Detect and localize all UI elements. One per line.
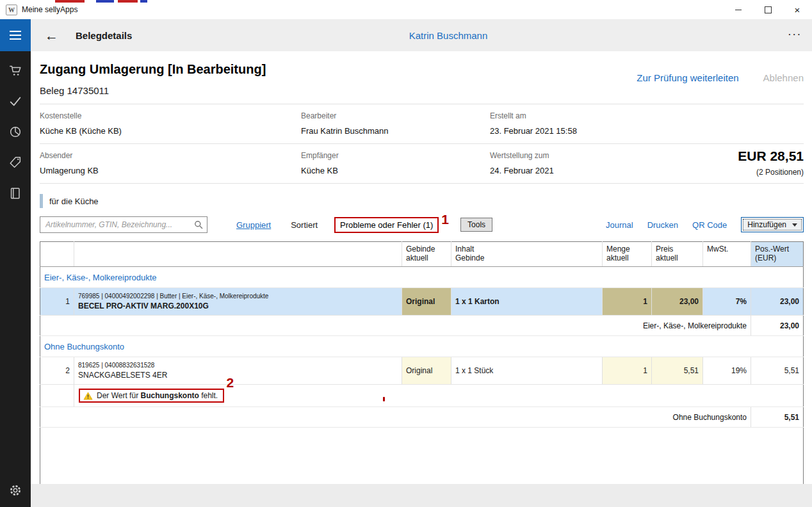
minimize-icon: [735, 10, 742, 10]
close-button[interactable]: ×: [783, 0, 812, 19]
gebinde-cell: Original: [402, 357, 451, 385]
hamburger-menu-button[interactable]: [0, 19, 31, 51]
book-icon: [8, 186, 22, 200]
field-label: Empfänger: [301, 151, 490, 160]
search-input[interactable]: [44, 220, 194, 230]
sidebar-item-reports[interactable]: [4, 120, 27, 143]
sorted-toggle[interactable]: Sortiert: [291, 220, 318, 230]
article-cell: 819625 | 04008832631528 SNACKGABELSETS 4…: [74, 357, 402, 385]
window-title: Meine sellyApps: [22, 5, 77, 14]
row-number: 2: [40, 357, 74, 385]
article-meta: 769985 | 04000492002298 | Butter | Eier-…: [78, 293, 398, 300]
back-button[interactable]: ←: [45, 29, 58, 42]
field-empfaenger: Empfänger Küche KB: [301, 151, 490, 175]
app-icon: W: [6, 4, 17, 15]
article-cell: 769985 | 04000492002298 | Butter | Eier-…: [74, 288, 402, 316]
inhalt-cell: 1 x 1 Karton: [451, 288, 603, 316]
col-pos-wert[interactable]: Pos.-Wert (EUR): [751, 242, 804, 267]
sidebar-item-approvals[interactable]: [4, 90, 27, 113]
warning-row: Der Wert für Buchungskonto fehlt. 2: [40, 385, 804, 407]
meta-fields-row-1: Kostenstelle Küche KB (Küche KB) Bearbei…: [31, 104, 812, 143]
check-icon: [8, 94, 22, 108]
note-accent-bar: [40, 194, 43, 208]
search-icon: [194, 220, 203, 229]
sidebar-item-tags[interactable]: [4, 151, 27, 174]
col-gebinde-aktuell[interactable]: Gebinde aktuell: [402, 242, 451, 267]
subtotal-label: Ohne Buchungskonto: [40, 407, 751, 428]
wert-cell: 23,00: [751, 288, 804, 316]
table-row[interactable]: 1 769985 | 04000492002298 | Butter | Eie…: [40, 288, 804, 316]
qr-code-link[interactable]: QR Code: [692, 220, 727, 230]
window-controls: ×: [724, 0, 812, 19]
field-kostenstelle: Kostenstelle Küche KB (Küche KB): [40, 111, 301, 136]
main-content: Zugang Umlagerung [In Bearbeitung] Beleg…: [31, 51, 812, 507]
inhalt-cell: 1 x 1 Stück: [451, 357, 603, 385]
empty-cell: [40, 385, 74, 407]
group-header-row[interactable]: Eier-, Käse-, Molkereiprodukte: [40, 267, 804, 288]
add-button[interactable]: Hinzufügen: [741, 217, 804, 232]
field-value: Frau Katrin Buschmann: [301, 126, 490, 136]
maximize-icon: [765, 6, 772, 13]
group-header-row[interactable]: Ohne Buchungskonto: [40, 336, 804, 357]
article-name: SNACKGABELSETS 4ER: [78, 371, 398, 380]
titlebar: W Meine sellyApps ×: [0, 0, 812, 19]
warning-message: Der Wert für Buchungskonto fehlt.: [97, 391, 218, 400]
forward-for-review-button[interactable]: Zur Prüfung weiterleiten: [637, 72, 738, 96]
subtotal-value: 5,51: [751, 407, 804, 428]
field-erstellt-am: Erstellt am 23. Februar 2021 15:58: [490, 111, 804, 136]
tag-icon: [8, 156, 22, 170]
mwst-cell: 7%: [703, 288, 751, 316]
problems-filter[interactable]: Probleme oder Fehler (1): [340, 220, 433, 230]
sidebar-item-cart[interactable]: [4, 59, 27, 82]
total-amount: EUR 28,51: [738, 148, 804, 164]
table-row[interactable]: 2 819625 | 04008832631528 SNACKGABELSETS…: [40, 357, 804, 385]
field-label: Bearbeiter: [301, 111, 490, 120]
annotation-box-1: Probleme oder Fehler (1): [334, 217, 439, 233]
field-value: Umlagerung KB: [40, 166, 301, 175]
positions-count: (2 Positionen): [738, 168, 804, 177]
table-header-row: Gebinde aktuell Inhalt Gebinde Menge akt…: [40, 242, 804, 267]
tools-button[interactable]: Tools: [460, 218, 492, 232]
subtotal-label: Eier-, Käse-, Molkereiprodukte: [40, 316, 751, 336]
back-arrow-icon: ←: [45, 28, 58, 43]
subtotal-row: Eier-, Käse-, Molkereiprodukte 23,00: [40, 316, 804, 336]
col-inhalt-gebinde[interactable]: Inhalt Gebinde: [451, 242, 603, 267]
note-text: für die Küche: [49, 197, 99, 206]
preis-cell: 23,00: [652, 288, 703, 316]
field-absender: Absender Umlagerung KB: [40, 151, 301, 175]
settings-button[interactable]: [4, 479, 27, 502]
col-number: [40, 242, 74, 267]
preis-cell: 5,51: [652, 357, 703, 385]
grouped-toggle[interactable]: Gruppiert: [236, 220, 271, 230]
field-label: Absender: [40, 151, 301, 160]
sidebar-item-journal[interactable]: [4, 182, 27, 205]
print-link[interactable]: Drucken: [647, 220, 678, 230]
reject-button[interactable]: Ablehnen: [763, 72, 804, 96]
sidebar: [0, 51, 31, 507]
divider: [40, 183, 804, 184]
col-menge-aktuell[interactable]: Menge aktuell: [603, 242, 652, 267]
more-options-button[interactable]: ...: [788, 24, 802, 38]
search-box[interactable]: [40, 216, 207, 233]
current-user-link[interactable]: Katrin Buschmann: [409, 30, 488, 41]
total-block: EUR 28,51 (2 Positionen): [738, 148, 804, 177]
positions-table: Gebinde aktuell Inhalt Gebinde Menge akt…: [40, 241, 804, 501]
minimize-button[interactable]: [724, 0, 753, 19]
annotation-number-1: 1: [441, 213, 449, 226]
add-button-label: Hinzufügen: [747, 220, 786, 229]
field-value: Küche KB: [301, 166, 490, 175]
menge-cell: 1: [603, 288, 652, 316]
col-mwst[interactable]: MwSt.: [703, 242, 751, 267]
col-preis-aktuell[interactable]: Preis aktuell: [652, 242, 703, 267]
article-meta: 819625 | 04008832631528: [78, 362, 398, 369]
gear-icon: [8, 483, 22, 497]
annotation-dot: [383, 397, 385, 401]
menge-cell: 1: [603, 357, 652, 385]
warning-cell: Der Wert für Buchungskonto fehlt. 2: [74, 385, 804, 407]
maximize-button[interactable]: [753, 0, 783, 19]
journal-link[interactable]: Journal: [606, 220, 633, 230]
footer-bar: [31, 484, 812, 507]
document-number: Beleg 14735011: [40, 85, 266, 96]
field-label: Kostenstelle: [40, 111, 301, 120]
mwst-cell: 19%: [703, 357, 751, 385]
